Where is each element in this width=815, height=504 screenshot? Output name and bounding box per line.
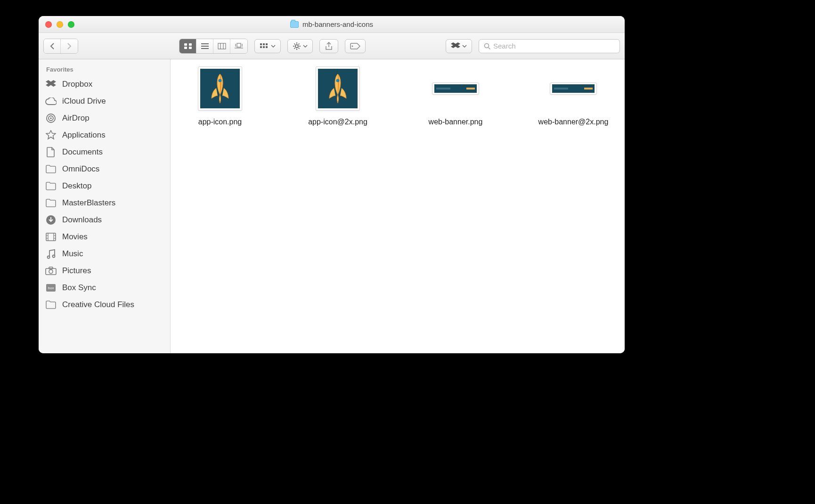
- sidebar-item-label: Pictures: [62, 266, 91, 276]
- folder-icon: [45, 180, 57, 192]
- document-icon: [45, 146, 57, 158]
- sidebar-item-label: Movies: [62, 232, 88, 242]
- gear-icon: [293, 42, 301, 50]
- sidebar-item-label: Documents: [62, 147, 103, 157]
- file-thumbnail: [316, 66, 360, 111]
- sidebar-item-desktop[interactable]: Desktop: [39, 178, 170, 195]
- sidebar-item-icloud[interactable]: iCloud Drive: [39, 93, 170, 110]
- svg-rect-3: [189, 47, 192, 49]
- download-icon: [45, 214, 57, 226]
- sidebar-item-music[interactable]: Music: [39, 245, 170, 262]
- sidebar-item-label: Applications: [62, 130, 106, 140]
- svg-rect-23: [49, 267, 53, 269]
- svg-rect-8: [266, 43, 268, 45]
- view-list-button[interactable]: [196, 39, 213, 53]
- file-name: web-banner.png: [429, 117, 483, 127]
- sidebar-item-pictures[interactable]: Pictures: [39, 262, 170, 279]
- svg-point-17: [50, 117, 52, 119]
- sidebar-item-label: MasterBlasters: [62, 198, 115, 208]
- sidebar-item-masterblasters[interactable]: MasterBlasters: [39, 195, 170, 211]
- folder-icon: [45, 163, 57, 175]
- box-icon: box: [45, 282, 57, 293]
- back-button[interactable]: [44, 39, 61, 53]
- sidebar-item-creative-cloud[interactable]: Creative Cloud Files: [39, 296, 170, 313]
- svg-rect-2: [184, 47, 187, 49]
- svg-rect-0: [184, 43, 187, 46]
- svg-rect-11: [266, 46, 268, 48]
- sidebar-item-label: Creative Cloud Files: [62, 300, 134, 309]
- view-mode-group: [179, 39, 248, 54]
- sidebar-item-label: Dropbox: [62, 80, 92, 89]
- file-thumbnail: [550, 82, 597, 95]
- sidebar-item-omnidocs[interactable]: OmniDocs: [39, 161, 170, 178]
- sidebar-item-label: iCloud Drive: [62, 97, 106, 106]
- sidebar-item-applications[interactable]: Applications: [39, 127, 170, 144]
- view-icon-button[interactable]: [179, 39, 196, 53]
- file-name: app-icon@2x.png: [308, 117, 367, 127]
- sidebar-item-label: OmniDocs: [62, 164, 99, 174]
- svg-point-24: [49, 270, 53, 274]
- arrange-button[interactable]: [254, 39, 281, 53]
- svg-text:box: box: [48, 286, 54, 290]
- dropbox-icon: [451, 42, 460, 50]
- sidebar-item-label: Box Sync: [62, 283, 96, 293]
- window-title: mb-banners-and-icons: [39, 20, 625, 28]
- svg-rect-19: [46, 233, 56, 241]
- file-item[interactable]: web-banner.png: [416, 66, 496, 127]
- pictures-icon: [45, 265, 57, 276]
- svg-rect-9: [260, 46, 262, 48]
- file-item[interactable]: web-banner@2x.png: [533, 66, 613, 127]
- chevron-down-icon: [271, 44, 276, 49]
- movies-icon: [45, 231, 57, 243]
- nav-back-forward: [43, 39, 78, 54]
- finder-window: mb-banners-and-icons: [39, 16, 625, 353]
- sidebar-item-label: AirDrop: [62, 114, 90, 123]
- svg-rect-5: [237, 43, 241, 47]
- svg-point-12: [295, 45, 298, 48]
- svg-point-28: [336, 79, 340, 82]
- toolbar: [39, 33, 625, 59]
- sidebar-item-label: Music: [62, 249, 83, 259]
- search-input[interactable]: [493, 42, 615, 50]
- sidebar-section-label: Favorites: [39, 64, 170, 76]
- dropbox-toolbar-button[interactable]: [446, 39, 472, 53]
- search-field[interactable]: [479, 39, 620, 53]
- svg-point-14: [485, 43, 489, 48]
- airdrop-icon: [45, 113, 57, 124]
- chevron-down-icon: [303, 44, 308, 49]
- file-item[interactable]: app-icon@2x.png: [298, 66, 378, 127]
- file-item[interactable]: app-icon.png: [180, 66, 260, 127]
- share-button[interactable]: [319, 39, 338, 53]
- tags-button[interactable]: [345, 39, 366, 53]
- cloud-icon: [45, 96, 57, 107]
- share-icon: [325, 42, 333, 50]
- svg-rect-4: [218, 43, 226, 49]
- action-button[interactable]: [287, 39, 313, 53]
- file-name: web-banner@2x.png: [538, 117, 609, 127]
- folder-icon: [45, 299, 57, 310]
- forward-button[interactable]: [61, 39, 78, 53]
- svg-rect-10: [263, 46, 265, 48]
- view-coverflow-button[interactable]: [230, 39, 247, 53]
- sidebar-item-airdrop[interactable]: AirDrop: [39, 110, 170, 127]
- sidebar: Favorites Dropbox iCloud Drive AirDrop A…: [39, 59, 171, 353]
- music-icon: [45, 248, 57, 260]
- svg-point-21: [53, 255, 55, 258]
- chevron-down-icon: [462, 44, 467, 49]
- folder-icon: [45, 197, 57, 209]
- view-column-button[interactable]: [213, 39, 230, 53]
- sidebar-item-movies[interactable]: Movies: [39, 228, 170, 245]
- file-name: app-icon.png: [198, 117, 242, 127]
- sidebar-item-label: Desktop: [62, 181, 91, 191]
- sidebar-item-boxsync[interactable]: box Box Sync: [39, 279, 170, 296]
- file-content-area[interactable]: app-icon.png: [171, 59, 625, 353]
- sidebar-item-dropbox[interactable]: Dropbox: [39, 76, 170, 93]
- search-icon: [484, 43, 490, 49]
- sidebar-item-documents[interactable]: Documents: [39, 144, 170, 161]
- sidebar-item-downloads[interactable]: Downloads: [39, 211, 170, 228]
- svg-point-13: [352, 45, 353, 47]
- rocket-icon: [324, 72, 352, 105]
- file-thumbnail: [432, 82, 479, 95]
- dropbox-icon: [45, 79, 57, 90]
- tag-icon: [350, 42, 360, 50]
